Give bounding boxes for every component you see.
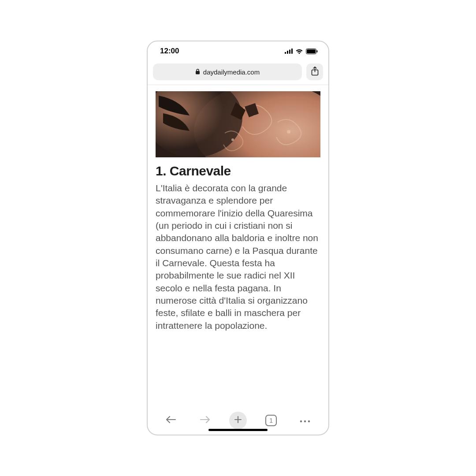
arrow-left-icon bbox=[165, 415, 177, 426]
status-indicators bbox=[285, 48, 318, 54]
page-content[interactable]: 1. Carnevale L'Italia è decorata con la … bbox=[148, 85, 328, 406]
svg-rect-3 bbox=[291, 48, 293, 54]
battery-icon bbox=[306, 48, 318, 54]
address-bar[interactable]: daydailymedia.com bbox=[153, 63, 302, 80]
share-icon bbox=[311, 67, 319, 78]
forward-button[interactable] bbox=[195, 411, 215, 430]
wifi-icon bbox=[295, 48, 303, 54]
new-tab-button[interactable] bbox=[229, 412, 247, 429]
lock-icon bbox=[195, 68, 200, 76]
article-body: L'Italia è decorata con la grande strava… bbox=[156, 182, 320, 332]
status-time: 12:00 bbox=[160, 47, 179, 56]
svg-point-13 bbox=[287, 130, 290, 134]
svg-point-14 bbox=[231, 138, 234, 141]
share-button[interactable] bbox=[306, 63, 323, 80]
svg-rect-6 bbox=[317, 50, 318, 52]
phone-frame: 12:00 bbox=[147, 41, 329, 435]
svg-rect-0 bbox=[285, 52, 286, 54]
menu-button[interactable] bbox=[295, 411, 315, 430]
tabs-count: 1 bbox=[269, 417, 273, 424]
tabs-count-badge: 1 bbox=[265, 415, 277, 426]
status-bar: 12:00 bbox=[148, 41, 328, 61]
svg-point-16 bbox=[304, 420, 306, 423]
svg-point-17 bbox=[308, 420, 310, 423]
svg-rect-7 bbox=[196, 71, 200, 74]
plus-icon bbox=[234, 415, 242, 426]
hero-image bbox=[156, 91, 320, 157]
arrow-right-icon bbox=[199, 415, 211, 426]
home-indicator[interactable] bbox=[208, 429, 268, 431]
svg-point-15 bbox=[300, 420, 302, 423]
address-bar-row: daydailymedia.com bbox=[148, 61, 328, 85]
svg-rect-2 bbox=[289, 50, 290, 54]
svg-rect-5 bbox=[307, 49, 316, 53]
back-button[interactable] bbox=[161, 411, 181, 430]
tabs-button[interactable]: 1 bbox=[261, 411, 281, 430]
cellular-icon bbox=[285, 48, 293, 54]
address-bar-domain: daydailymedia.com bbox=[203, 68, 260, 76]
more-icon bbox=[300, 416, 310, 424]
svg-rect-1 bbox=[287, 51, 288, 54]
article-heading: 1. Carnevale bbox=[156, 164, 320, 178]
